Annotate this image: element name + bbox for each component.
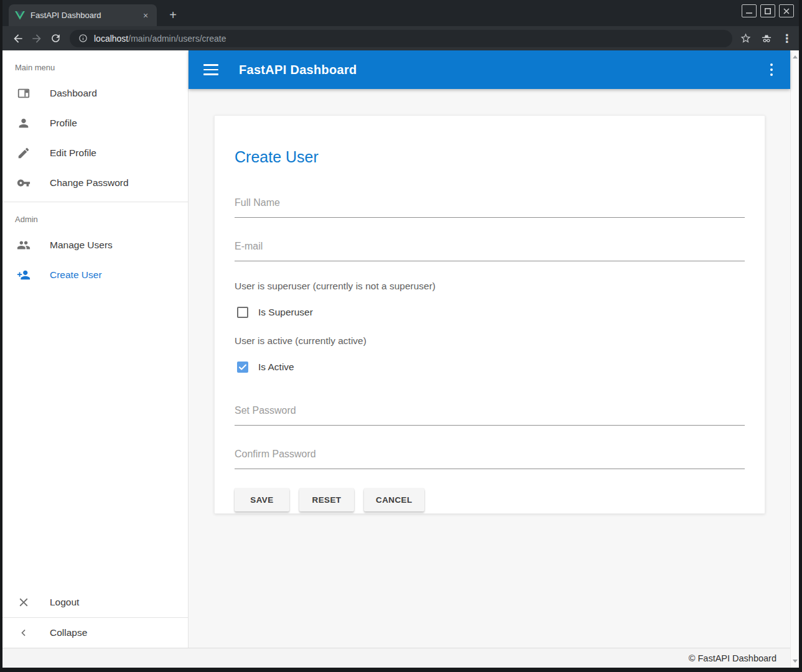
window-close-button[interactable] <box>779 4 794 17</box>
scroll-up-icon[interactable] <box>793 55 798 58</box>
tab-close-icon[interactable]: × <box>139 9 152 22</box>
dashboard-icon <box>16 86 31 101</box>
scroll-down-icon[interactable] <box>793 660 798 663</box>
tab-title: FastAPI Dashboard <box>30 11 139 20</box>
sidebar: Main menu Dashboard Profile Edit Profile… <box>2 50 189 648</box>
sidebar-item-label: Dashboard <box>50 88 97 99</box>
reload-icon[interactable] <box>46 29 65 48</box>
sidebar-item-label: Change Password <box>50 177 129 189</box>
hamburger-menu-icon[interactable] <box>203 64 218 75</box>
back-icon[interactable] <box>9 29 27 48</box>
page-scrollbar[interactable] <box>790 50 799 668</box>
is-superuser-label: Is Superuser <box>258 307 313 318</box>
vue-logo-icon <box>15 11 25 20</box>
set-password-input[interactable] <box>235 401 745 426</box>
cancel-button[interactable]: CANCEL <box>364 488 424 511</box>
browser-tabstrip: FastAPI Dashboard × + <box>2 0 799 26</box>
sidebar-section-main-menu: Main menu <box>2 50 188 78</box>
sidebar-item-manage-users[interactable]: Manage Users <box>2 230 188 260</box>
superuser-hint: User is superuser (currently is not a su… <box>235 281 745 292</box>
bookmark-star-icon[interactable] <box>740 32 752 44</box>
email-input[interactable] <box>235 237 745 261</box>
person-add-icon <box>16 268 31 282</box>
site-info-icon[interactable] <box>78 34 88 43</box>
key-icon <box>16 175 31 190</box>
is-active-label: Is Active <box>258 362 294 373</box>
password-field-wrap <box>235 401 745 426</box>
copyright-text: © FastAPI Dashboard <box>689 653 776 663</box>
close-icon <box>16 595 31 610</box>
url-host: localhost <box>94 34 128 44</box>
chevron-left-icon <box>16 625 31 640</box>
url-text: localhost/main/admin/users/create <box>94 34 226 44</box>
browser-toolbar: localhost/main/admin/users/create ⋮ <box>2 26 799 50</box>
sidebar-item-label: Collapse <box>50 627 87 638</box>
window-minimize-button[interactable] <box>742 4 757 17</box>
create-user-card: Create User User is superuser (currently… <box>214 115 765 514</box>
sidebar-item-label: Create User <box>50 269 102 281</box>
app-menu-kebab-icon[interactable] <box>768 61 776 79</box>
is-active-checkbox[interactable] <box>237 362 248 373</box>
forward-icon[interactable] <box>27 29 46 48</box>
confirm-password-field-wrap <box>235 445 745 469</box>
superuser-check-row: Is Superuser <box>235 307 745 318</box>
sidebar-item-logout[interactable]: Logout <box>2 587 188 617</box>
sidebar-item-profile[interactable]: Profile <box>2 108 188 138</box>
browser-tab[interactable]: FastAPI Dashboard × <box>9 4 157 26</box>
new-tab-button[interactable]: + <box>164 6 182 24</box>
app-footer: © FastAPI Dashboard <box>2 648 790 668</box>
sidebar-item-change-password[interactable]: Change Password <box>2 168 188 198</box>
save-button[interactable]: SAVE <box>235 488 289 511</box>
sidebar-section-admin: Admin <box>2 202 188 230</box>
window-maximize-button[interactable] <box>760 4 775 17</box>
sidebar-item-label: Logout <box>50 597 79 608</box>
full-name-input[interactable] <box>235 194 745 218</box>
sidebar-item-dashboard[interactable]: Dashboard <box>2 78 188 108</box>
sidebar-spacer <box>2 290 188 587</box>
sidebar-item-label: Manage Users <box>50 240 113 251</box>
is-superuser-checkbox[interactable] <box>237 307 248 318</box>
main-content: Create User User is superuser (currently… <box>189 89 790 648</box>
sidebar-item-edit-profile[interactable]: Edit Profile <box>2 138 188 168</box>
url-path: /main/admin/users/create <box>128 34 226 44</box>
sidebar-item-create-user[interactable]: Create User <box>2 260 188 290</box>
full-name-field-wrap <box>235 194 745 218</box>
active-hint: User is active (currently active) <box>235 335 745 347</box>
app-viewport: Main menu Dashboard Profile Edit Profile… <box>2 50 799 668</box>
email-field-wrap <box>235 237 745 261</box>
reset-button[interactable]: RESET <box>299 488 354 511</box>
pencil-icon <box>16 146 31 161</box>
sidebar-item-label: Edit Profile <box>50 147 96 159</box>
confirm-password-input[interactable] <box>235 445 745 469</box>
active-check-row: Is Active <box>235 362 745 373</box>
url-bar[interactable]: localhost/main/admin/users/create <box>70 30 732 47</box>
sidebar-item-collapse[interactable]: Collapse <box>2 618 188 648</box>
people-icon <box>16 238 31 253</box>
app-title: FastAPI Dashboard <box>239 63 768 77</box>
form-actions: SAVE RESET CANCEL <box>235 488 745 511</box>
incognito-icon <box>760 32 773 45</box>
page-title: Create User <box>235 148 745 166</box>
sidebar-item-label: Profile <box>50 118 77 129</box>
window-controls <box>742 4 794 17</box>
person-icon <box>16 116 31 131</box>
app-header: FastAPI Dashboard <box>189 50 790 89</box>
browser-menu-icon[interactable]: ⋮ <box>781 32 793 45</box>
toolbar-right-icons: ⋮ <box>740 32 793 45</box>
